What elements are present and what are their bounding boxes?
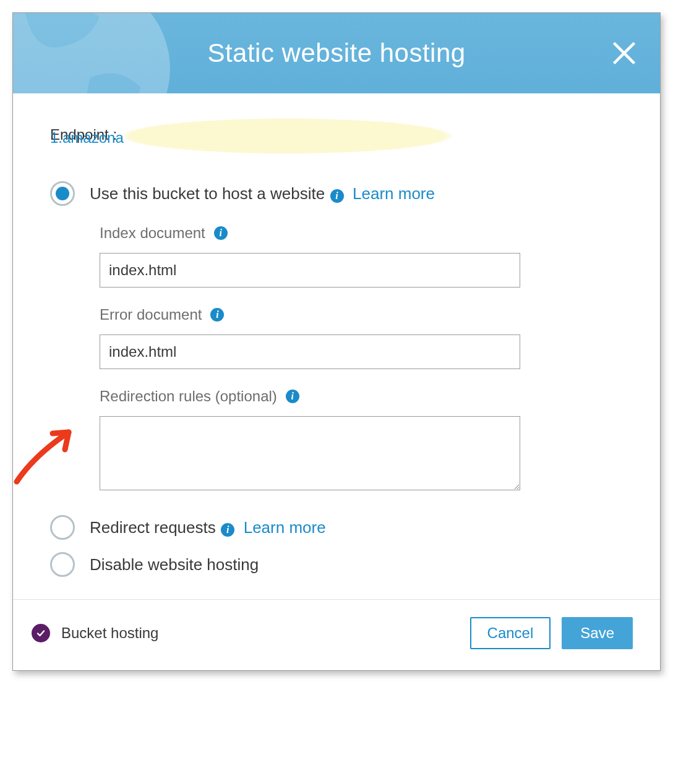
- info-icon[interactable]: i: [214, 226, 228, 240]
- error-document-input[interactable]: [100, 334, 520, 369]
- redirection-rules-textarea[interactable]: [100, 416, 520, 490]
- info-icon[interactable]: i: [210, 308, 224, 322]
- radio-redirect-requests[interactable]: [50, 515, 75, 540]
- modal-header: Static website hosting: [13, 13, 660, 93]
- save-button[interactable]: Save: [562, 617, 633, 649]
- option-disable-hosting[interactable]: Disable website hosting: [50, 552, 623, 577]
- option-redirect-label: Redirect requests: [90, 518, 216, 537]
- endpoint-row: Endpoint : 1.amazona: [50, 118, 623, 163]
- footer-status-label: Bucket hosting: [61, 624, 158, 642]
- option-redirect-requests[interactable]: Redirect requests i Learn more: [50, 515, 623, 540]
- learn-more-link[interactable]: Learn more: [244, 518, 326, 537]
- static-website-hosting-modal: Static website hosting Endpoint : 1.amaz…: [12, 12, 661, 671]
- status-check-badge: [32, 624, 50, 642]
- close-button[interactable]: [611, 40, 638, 67]
- cancel-button[interactable]: Cancel: [470, 617, 551, 649]
- index-document-group: Index document i: [100, 224, 623, 288]
- option-host-website[interactable]: Use this bucket to host a website i Lear…: [50, 181, 623, 206]
- info-icon[interactable]: i: [330, 189, 344, 203]
- error-document-label: Error document: [100, 306, 202, 323]
- index-document-input[interactable]: [100, 253, 520, 288]
- learn-more-link[interactable]: Learn more: [353, 184, 435, 203]
- close-icon: [611, 40, 638, 67]
- option-disable-label: Disable website hosting: [90, 555, 259, 574]
- endpoint-redacted-highlight: [120, 118, 454, 154]
- check-icon: [36, 628, 46, 638]
- globe-decoration-icon: [13, 13, 174, 93]
- redirection-rules-group: Redirection rules (optional) i: [100, 388, 623, 490]
- modal-footer: Bucket hosting Cancel Save: [13, 599, 660, 670]
- modal-body: Endpoint : 1.amazona Use this bucket to …: [13, 93, 660, 599]
- info-icon[interactable]: i: [286, 390, 299, 403]
- modal-title: Static website hosting: [207, 38, 465, 68]
- error-document-group: Error document i: [100, 306, 623, 369]
- redirection-rules-label: Redirection rules (optional): [100, 388, 277, 405]
- radio-disable-hosting[interactable]: [50, 552, 75, 577]
- index-document-label: Index document: [100, 224, 205, 242]
- info-icon[interactable]: i: [221, 523, 234, 537]
- option-host-label: Use this bucket to host a website: [90, 184, 325, 203]
- annotation-arrow-icon: [9, 419, 84, 487]
- radio-host-website[interactable]: [50, 181, 75, 206]
